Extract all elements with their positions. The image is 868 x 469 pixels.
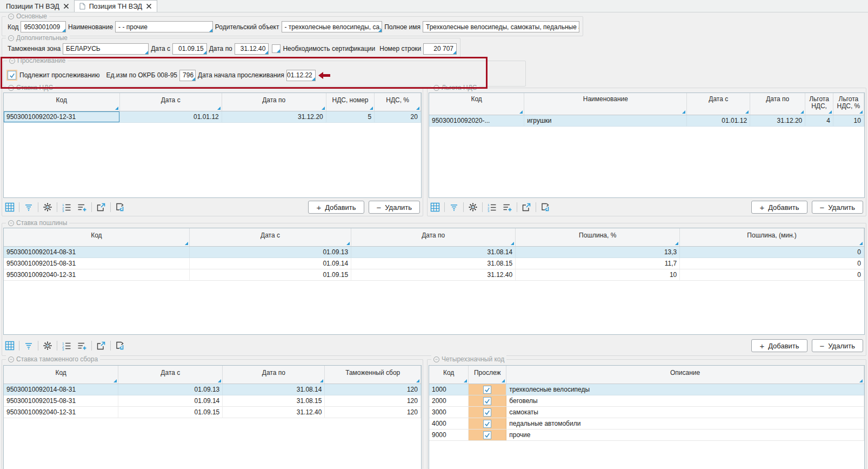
table-cell[interactable]: 95030010092015-08-31 — [4, 395, 118, 406]
collapse-icon[interactable]: − — [433, 85, 439, 91]
column-header[interactable]: Дата с — [687, 93, 750, 115]
table-cell[interactable]: 4 — [805, 115, 833, 126]
table-cell[interactable]: 1000 — [429, 384, 469, 395]
naimenovanie-field[interactable]: - - прочие — [115, 21, 213, 32]
table-cell[interactable]: 95030010092040-12-31 — [4, 407, 118, 418]
close-icon[interactable] — [146, 3, 152, 9]
table-cell[interactable]: 95030010092014-08-31 — [4, 384, 118, 395]
open-in-window-icon[interactable] — [95, 340, 108, 352]
column-header[interactable]: Льгота НДС, — [805, 93, 833, 115]
row-number-field[interactable]: 20 707 — [423, 43, 457, 55]
open-in-window-icon[interactable] — [520, 201, 533, 213]
table-cell[interactable]: 120 — [325, 384, 421, 395]
table-view-icon[interactable] — [429, 201, 442, 213]
filter-icon[interactable] — [22, 201, 35, 213]
table-cell[interactable]: 31.12.40 — [351, 269, 516, 280]
table-cell[interactable]: 01.09.14 — [118, 395, 223, 406]
table-cell[interactable]: 95030010092014-08-31 — [4, 247, 190, 257]
table-cell[interactable]: 31.12.40 — [223, 407, 325, 418]
row-checkbox[interactable] — [483, 420, 491, 428]
table-row[interactable]: 95030010092040-12-3101.09.1531.12.40100 — [4, 269, 864, 281]
table-cell[interactable]: 120 — [325, 407, 421, 418]
numbered-list-icon[interactable]: 123 — [60, 201, 73, 213]
column-header[interactable]: Код — [4, 366, 118, 384]
column-header[interactable]: Пошлина, % — [516, 228, 680, 246]
refresh-icon[interactable] — [113, 201, 126, 213]
column-header[interactable]: Пошлина, (мин.) — [680, 228, 864, 246]
column-header[interactable]: Льгота НДС, % — [833, 93, 864, 115]
collapse-icon[interactable]: − — [8, 35, 14, 41]
table-cell[interactable]: 31.12.20 — [750, 115, 805, 126]
add-to-list-icon[interactable] — [501, 201, 514, 213]
certification-checkbox[interactable] — [272, 44, 281, 53]
table-cell[interactable]: беговелы — [506, 395, 864, 406]
full-name-field[interactable]: Трехколесные велосипеды, самокаты, педал… — [423, 21, 579, 32]
column-header[interactable]: Дата с — [190, 228, 351, 246]
table-cell[interactable]: 01.01.12 — [120, 111, 222, 122]
column-header[interactable]: Наименование — [524, 93, 687, 115]
parent-object-field[interactable]: - трехколесные велосипеды, са... — [282, 21, 383, 32]
table-cell[interactable]: трехколесные велосипеды — [506, 384, 864, 395]
table-cell[interactable]: 10 — [516, 269, 680, 280]
column-header[interactable]: Дата по — [351, 228, 516, 246]
table-cell[interactable]: 10 — [833, 115, 864, 126]
add-button[interactable]: +Добавить — [751, 201, 807, 214]
table-cell[interactable]: педальные автомобили — [506, 418, 864, 429]
table-cell[interactable]: 0 — [680, 269, 864, 280]
numbered-list-icon[interactable]: 123 — [60, 340, 73, 352]
close-icon[interactable] — [63, 3, 69, 9]
row-checkbox[interactable] — [483, 397, 491, 405]
table-row[interactable]: 95030010092015-08-3101.09.1431.08.1511,7… — [4, 258, 864, 269]
column-header[interactable]: Дата по — [750, 93, 805, 115]
column-header[interactable]: Прослеж — [469, 366, 506, 384]
table-cell[interactable]: 95030010092020-... — [429, 115, 524, 126]
table-cell[interactable]: 95030010092040-12-31 — [4, 269, 190, 280]
table-cell[interactable]: 120 — [325, 395, 421, 406]
date-to-field[interactable]: 31.12.40 — [235, 43, 269, 55]
table-row[interactable]: 1000 трехколесные велосипеды — [429, 384, 864, 395]
date-from-field[interactable]: 01.09.15 — [172, 43, 207, 55]
add-to-list-icon[interactable] — [76, 340, 89, 352]
row-checkbox[interactable] — [483, 431, 491, 439]
table-cell[interactable]: 0 — [680, 258, 864, 269]
add-button[interactable]: +Добавить — [751, 339, 807, 352]
table-row[interactable]: 4000 педальные автомобили — [429, 418, 864, 430]
table-row[interactable]: 9000 прочие — [429, 430, 864, 441]
table-cell[interactable]: 11,7 — [516, 258, 680, 269]
table-cell[interactable]: 2000 — [429, 395, 469, 406]
table-cell[interactable]: самокаты — [506, 407, 864, 418]
collapse-icon[interactable]: − — [8, 85, 14, 91]
table-view-icon[interactable] — [3, 201, 16, 213]
table-row[interactable]: 95030010092014-08-3101.09.1331.08.1413,3… — [4, 247, 864, 258]
table-cell[interactable]: 01.09.13 — [118, 384, 223, 395]
okrb-unit-field[interactable]: 796 — [179, 70, 196, 81]
column-header[interactable]: Дата с — [118, 366, 223, 384]
traceability-checkbox[interactable] — [8, 71, 16, 80]
refresh-icon[interactable] — [113, 340, 126, 352]
table-cell[interactable]: прочие — [506, 430, 864, 440]
kod-field[interactable]: 9503001009 — [21, 21, 65, 32]
table-row[interactable]: 95030010092014-08-3101.09.1331.08.14120 — [4, 384, 421, 395]
collapse-icon[interactable]: − — [8, 356, 14, 362]
table-cell[interactable]: 31.08.15 — [351, 258, 516, 269]
column-header[interactable]: НДС, % — [375, 93, 421, 111]
tab-tn-ved-positions[interactable]: Позиции ТН ВЭД — [1, 1, 74, 12]
refresh-icon[interactable] — [539, 201, 552, 213]
table-cell[interactable]: 01.09.15 — [190, 269, 351, 280]
table-cell[interactable]: 5 — [326, 111, 375, 122]
table-cell[interactable]: игрушки — [524, 115, 687, 126]
collapse-icon[interactable]: − — [8, 220, 14, 226]
numbered-list-icon[interactable]: 123 — [485, 201, 498, 213]
table-cell[interactable]: 01.01.12 — [687, 115, 750, 126]
column-header[interactable]: Таможенный сбор — [325, 366, 421, 384]
table-row[interactable]: 3000 самокаты — [429, 407, 864, 418]
collapse-icon[interactable]: − — [8, 14, 14, 19]
table-cell[interactable]: 4000 — [429, 418, 469, 429]
table-cell[interactable]: 95030010092015-08-31 — [4, 258, 190, 269]
table-row[interactable]: 95030010092020-...игрушки01.01.1231.12.2… — [429, 115, 864, 127]
row-checkbox[interactable] — [483, 408, 491, 417]
filter-icon[interactable] — [22, 340, 35, 352]
table-cell[interactable]: 01.09.14 — [190, 258, 351, 269]
column-header[interactable]: Дата по — [223, 366, 325, 384]
collapse-icon[interactable]: − — [433, 356, 439, 362]
